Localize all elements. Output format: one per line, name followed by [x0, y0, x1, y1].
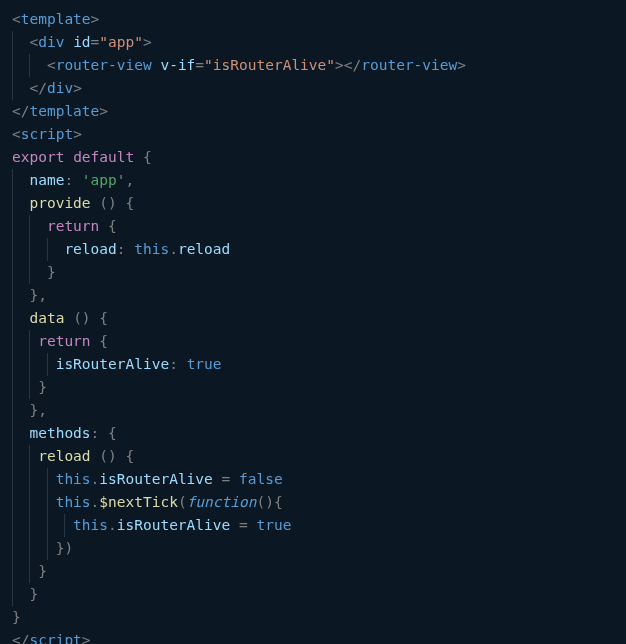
token-tg: template [29, 103, 99, 119]
token-nm [230, 471, 239, 487]
code-block: <template> <div id="app"> <router-view v… [0, 0, 626, 644]
token-nm [91, 195, 100, 211]
token-nm [73, 172, 82, 188]
token-at: v-if [160, 57, 195, 73]
token-p: } [38, 379, 47, 395]
token-nm [12, 448, 38, 464]
token-p: < [47, 57, 56, 73]
code-line: provide () { [12, 192, 614, 215]
token-bl: true [256, 517, 291, 533]
token-tg: function [187, 494, 257, 510]
token-tg: this [73, 517, 108, 533]
token-tg: router-view [56, 57, 152, 73]
token-p: { [126, 195, 135, 211]
code-line: } [12, 376, 614, 399]
token-nm [117, 448, 126, 464]
token-p: > [99, 103, 108, 119]
token-at: reload [178, 241, 230, 257]
code-line: reload () { [12, 445, 614, 468]
token-kw: return [38, 333, 90, 349]
token-p: > [73, 126, 82, 142]
token-bl: true [187, 356, 222, 372]
token-nm [12, 402, 29, 418]
token-tg: this [56, 471, 91, 487]
token-p: < [12, 126, 21, 142]
code-line: <script> [12, 123, 614, 146]
token-p: () [73, 310, 90, 326]
token-at: reload [64, 241, 116, 257]
token-p: . [91, 494, 100, 510]
token-nm [64, 149, 73, 165]
token-nm [178, 356, 187, 372]
token-p: </ [12, 103, 29, 119]
code-line: </div> [12, 77, 614, 100]
token-nm [12, 517, 73, 533]
token-at: name [29, 172, 64, 188]
token-tg: div [38, 34, 64, 50]
code-line: this.isRouterAlive = true [12, 514, 614, 537]
token-p: > [457, 57, 466, 73]
token-nm [12, 241, 64, 257]
token-kw: default [73, 149, 134, 165]
token-p: < [12, 11, 21, 27]
token-nm [12, 379, 38, 395]
token-fn: data [29, 310, 64, 326]
token-p: ( [178, 494, 187, 510]
code-line: } [12, 261, 614, 284]
token-p: . [169, 241, 178, 257]
token-nm [134, 149, 143, 165]
token-kw: export [12, 149, 64, 165]
code-line: methods: { [12, 422, 614, 445]
token-p: </ [12, 632, 29, 644]
code-line: </template> [12, 100, 614, 123]
code-line: } [12, 560, 614, 583]
token-p: { [108, 218, 117, 234]
token-p: : [64, 172, 73, 188]
code-line: reload: this.reload [12, 238, 614, 261]
token-p: } [12, 609, 21, 625]
token-p: () [99, 195, 116, 211]
token-nm [12, 425, 29, 441]
token-nm [64, 310, 73, 326]
token-fn: reload [38, 448, 90, 464]
token-nm [12, 586, 29, 602]
token-p: (){ [256, 494, 282, 510]
token-p: > [82, 632, 91, 644]
token-at: isRouterAlive [99, 471, 213, 487]
token-tg: this [56, 494, 91, 510]
token-nm [12, 540, 56, 556]
code-line: data () { [12, 307, 614, 330]
token-p: { [99, 333, 108, 349]
code-line: isRouterAlive: true [12, 353, 614, 376]
token-nm [12, 218, 47, 234]
token-p: : [117, 241, 126, 257]
token-at: isRouterAlive [117, 517, 231, 533]
token-p: } [29, 586, 38, 602]
token-p: : [169, 356, 178, 372]
token-p: }) [56, 540, 73, 556]
token-p: = [222, 471, 231, 487]
token-p: > [91, 11, 100, 27]
token-nm [12, 80, 29, 96]
token-bl: false [239, 471, 283, 487]
token-nm [12, 172, 29, 188]
token-at: methods [29, 425, 90, 441]
code-line: <router-view v-if="isRouterAlive"></rout… [12, 54, 614, 77]
token-nm [12, 563, 38, 579]
token-p: = [239, 517, 248, 533]
token-p: { [99, 310, 108, 326]
token-nm [99, 425, 108, 441]
code-line: </script> [12, 629, 614, 644]
token-nm [12, 310, 29, 326]
token-p: } [47, 264, 56, 280]
token-kw: return [47, 218, 99, 234]
token-tg: script [21, 126, 73, 142]
token-p: < [29, 34, 38, 50]
code-line: this.isRouterAlive = false [12, 468, 614, 491]
code-line: <div id="app"> [12, 31, 614, 54]
token-p: }, [29, 287, 46, 303]
code-line: this.$nextTick(function(){ [12, 491, 614, 514]
token-fn: $nextTick [99, 494, 178, 510]
code-line: } [12, 606, 614, 629]
token-nm [12, 34, 29, 50]
